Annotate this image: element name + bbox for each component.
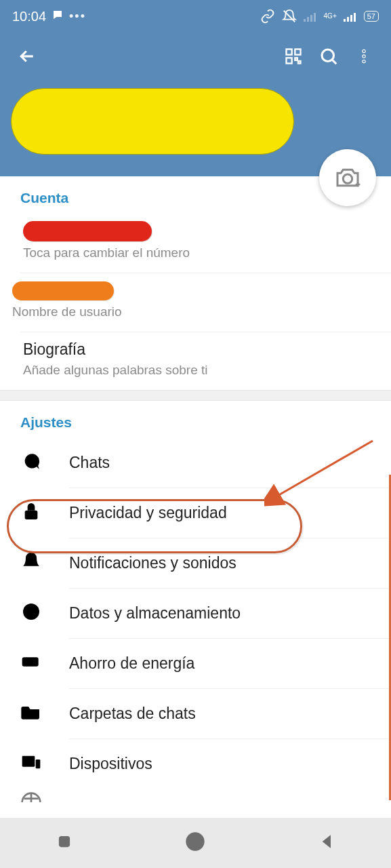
settings-item-power-saving[interactable]: Ahorro de energía [0, 638, 391, 688]
search-button[interactable] [311, 39, 346, 74]
battery-indicator: 57 [364, 11, 379, 22]
settings-item-notifications[interactable]: Notificaciones y sonidos [0, 538, 391, 588]
account-bio-row[interactable]: Biografía Añade algunas palabras sobre t… [0, 332, 391, 390]
svg-rect-12 [298, 61, 301, 64]
more-notifications-icon: ••• [69, 9, 86, 24]
nav-back-button[interactable] [318, 833, 335, 853]
svg-rect-0 [304, 19, 306, 22]
svg-rect-20 [22, 657, 39, 666]
lock-icon [20, 500, 42, 525]
redacted-username [12, 281, 114, 300]
svg-rect-6 [350, 15, 352, 22]
svg-point-13 [322, 50, 334, 62]
folder-icon [20, 701, 42, 726]
overflow-menu-button[interactable] [346, 39, 382, 74]
network-type-label: 4G+ [324, 13, 337, 20]
svg-point-16 [363, 60, 365, 62]
devices-icon [20, 751, 42, 776]
account-section: Cuenta Toca para cambiar el número Nombr… [0, 176, 391, 390]
section-divider [0, 390, 391, 401]
globe-icon [20, 790, 69, 804]
mute-bell-icon [282, 9, 297, 24]
settings-item-label: Chats [69, 454, 110, 472]
svg-rect-10 [287, 58, 292, 63]
account-bio-subtitle: Añade algunas palabras sobre ti [23, 363, 371, 378]
settings-item-data-storage[interactable]: Datos y almacenamiento [0, 588, 391, 638]
account-username-row[interactable]: Nombre de usuario [0, 273, 391, 332]
svg-rect-3 [314, 13, 316, 22]
settings-item-label: Dispositivos [69, 755, 152, 773]
settings-section: Ajustes Chats Privacidad y seguridad Not… [0, 401, 391, 804]
settings-item-chats[interactable]: Chats [0, 437, 391, 488]
svg-rect-2 [310, 15, 312, 22]
svg-point-14 [363, 50, 365, 52]
android-status-bar: 10:04 ••• 4G+ 57 [0, 0, 391, 33]
svg-rect-5 [347, 17, 349, 22]
settings-item-label: Notificaciones y sonidos [69, 554, 236, 572]
svg-rect-4 [344, 19, 346, 22]
android-nav-bar [0, 818, 391, 868]
signal-weak-icon [304, 11, 317, 22]
signal-strong-icon [344, 11, 357, 22]
settings-item-label: Datos y almacenamiento [69, 604, 241, 623]
redacted-profile-name [11, 88, 294, 155]
redacted-phone-number [23, 221, 152, 241]
svg-rect-24 [60, 836, 70, 846]
settings-item-label: Privacidad y seguridad [69, 504, 227, 522]
settings-item-devices[interactable]: Dispositivos [0, 738, 391, 789]
settings-item-language-partial[interactable] [0, 789, 391, 804]
svg-rect-8 [287, 50, 292, 55]
settings-item-label: Carpetas de chats [69, 705, 196, 723]
qr-code-button[interactable] [276, 39, 311, 74]
account-phone-row[interactable]: Toca para cambiar el número [0, 213, 391, 273]
svg-rect-18 [25, 511, 38, 519]
svg-rect-11 [295, 58, 297, 60]
chat-icon [20, 450, 42, 475]
app-toolbar [0, 33, 391, 80]
svg-point-17 [343, 174, 352, 183]
svg-rect-21 [22, 756, 35, 767]
battery-charging-icon [20, 651, 42, 675]
back-button[interactable] [9, 39, 45, 74]
nav-recent-button[interactable] [56, 833, 73, 853]
change-photo-fab[interactable] [319, 149, 376, 206]
status-time: 10:04 [12, 9, 46, 24]
account-bio-label: Biografía [23, 340, 371, 359]
link-icon [260, 9, 275, 24]
bell-icon [20, 551, 42, 575]
settings-item-chat-folders[interactable]: Carpetas de chats [0, 688, 391, 738]
svg-point-26 [192, 838, 199, 846]
nav-home-button[interactable] [184, 831, 206, 855]
account-username-subtitle: Nombre de usuario [12, 304, 371, 319]
pie-chart-icon [20, 601, 42, 625]
settings-section-title: Ajustes [0, 401, 391, 437]
settings-item-privacy[interactable]: Privacidad y seguridad [0, 488, 391, 538]
svg-rect-1 [307, 17, 309, 22]
svg-rect-7 [354, 13, 356, 22]
settings-item-label: Ahorro de energía [69, 654, 194, 673]
svg-rect-9 [295, 50, 300, 55]
svg-rect-22 [36, 760, 41, 768]
account-phone-subtitle: Toca para cambiar el número [23, 245, 371, 260]
notification-bubble-icon [52, 9, 64, 24]
svg-point-15 [363, 55, 365, 58]
